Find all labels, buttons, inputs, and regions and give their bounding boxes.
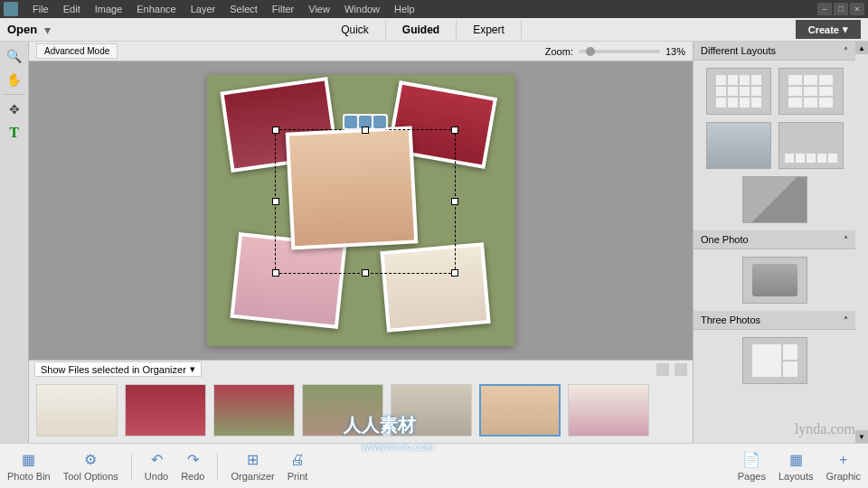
undo-icon: ↶ (146, 451, 166, 469)
resize-handle[interactable] (362, 269, 369, 277)
menu-enhance[interactable]: Enhance (129, 4, 183, 14)
chevron-down-icon: ▾ (843, 23, 848, 35)
tab-guided[interactable]: Guided (386, 20, 457, 40)
pages-button[interactable]: 📄Pages (738, 451, 766, 482)
bin-thumbnail[interactable] (36, 384, 118, 436)
resize-handle[interactable] (272, 198, 279, 205)
chevron-down-icon: ▾ (190, 363, 195, 375)
print-button[interactable]: 🖨Print (288, 451, 308, 482)
layout-option[interactable] (742, 176, 807, 223)
menu-view[interactable]: View (301, 4, 337, 14)
open-dropdown-icon[interactable]: ▾ (44, 23, 51, 37)
layouts-icon: ▦ (786, 451, 806, 469)
menu-window[interactable]: Window (337, 4, 387, 14)
menu-layer[interactable]: Layer (184, 4, 223, 14)
bin-thumbnail[interactable] (125, 384, 206, 436)
section-one-photo[interactable]: One Photo ˄ (693, 230, 855, 249)
section-three-photos[interactable]: Three Photos ˄ (693, 311, 855, 330)
bin-thumbnail[interactable] (213, 384, 295, 436)
resize-handle[interactable] (272, 269, 279, 277)
section-title: Different Layouts (701, 45, 776, 56)
toolbar: Open ▾ Quick Guided Expert Create ▾ (0, 18, 868, 42)
redo-icon: ↷ (183, 451, 203, 469)
right-scrollbar[interactable]: ▲ ▼ (855, 42, 868, 443)
organizer-button[interactable]: ⊞Organizer (231, 451, 274, 482)
layout-option[interactable] (778, 122, 844, 169)
layout-option[interactable] (778, 68, 844, 115)
tool-options-icon: ⚙ (80, 451, 100, 469)
plus-icon: + (834, 451, 854, 469)
bottom-bar: ▦Photo Bin ⚙Tool Options ↶Undo ↷Redo ⊞Or… (0, 443, 868, 488)
chevron-up-icon: ˄ (844, 235, 848, 245)
bin-thumbnail[interactable] (568, 384, 649, 436)
layout-option[interactable] (706, 122, 771, 169)
window-controls: – □ × (817, 3, 864, 15)
zoom-value: 13% (665, 46, 685, 57)
move-tool-icon[interactable]: ✥ (3, 99, 26, 120)
float-action-icon[interactable] (373, 116, 386, 128)
layouts-button[interactable]: ▦Layouts (778, 451, 814, 482)
photo-bin-icon: ▦ (19, 451, 39, 469)
zoom-tool-icon[interactable]: 🔍 (3, 45, 26, 67)
mode-tabs: Quick Guided Expert (325, 20, 522, 40)
tab-expert[interactable]: Expert (457, 20, 522, 40)
chevron-up-icon: ˄ (844, 315, 848, 325)
section-title: Three Photos (701, 314, 760, 325)
menu-file[interactable]: File (25, 4, 56, 14)
pages-icon: 📄 (741, 451, 761, 469)
layout-option[interactable] (742, 337, 807, 384)
resize-handle[interactable] (272, 127, 279, 134)
redo-button[interactable]: ↷Redo (181, 451, 204, 482)
canvas-toolbar: Advanced Mode Zoom: 13% (29, 42, 693, 61)
menu-image[interactable]: Image (88, 4, 130, 14)
create-button[interactable]: Create ▾ (796, 20, 861, 39)
collage-canvas[interactable] (207, 75, 514, 346)
undo-button[interactable]: ↶Undo (145, 451, 168, 482)
bin-thumbnail-selected[interactable] (479, 384, 561, 436)
photo-bin-button[interactable]: ▦Photo Bin (7, 451, 51, 482)
bin-filter-dropdown[interactable]: Show Files selected in Organizer ▾ (34, 361, 202, 377)
bin-view-icon[interactable] (656, 363, 669, 376)
tool-options-button[interactable]: ⚙Tool Options (63, 451, 118, 482)
layout-option[interactable] (706, 68, 771, 115)
layout-option[interactable] (742, 257, 807, 304)
resize-handle[interactable] (451, 269, 458, 277)
zoom-control: Zoom: 13% (545, 46, 685, 57)
menu-select[interactable]: Select (222, 4, 265, 14)
minimize-button[interactable]: – (817, 3, 832, 15)
text-tool-icon[interactable]: T (3, 122, 26, 144)
create-label: Create (808, 24, 839, 35)
scroll-up-icon[interactable]: ▲ (855, 42, 868, 54)
menubar: File Edit Image Enhance Layer Select Fil… (0, 0, 868, 18)
watermark-lynda: lynda.com (795, 421, 855, 437)
open-button[interactable]: Open (7, 23, 37, 36)
advanced-mode-button[interactable]: Advanced Mode (36, 43, 118, 59)
bin-view-icon[interactable] (675, 363, 687, 376)
section-title: One Photo (701, 234, 749, 245)
resize-handle[interactable] (362, 127, 369, 134)
section-different-layouts[interactable]: Different Layouts ˄ (693, 42, 855, 61)
zoom-slider[interactable] (579, 50, 660, 53)
menu-edit[interactable]: Edit (56, 4, 88, 14)
scroll-down-icon[interactable]: ▼ (855, 430, 868, 443)
graphics-button[interactable]: +Graphic (826, 451, 861, 482)
print-icon: 🖨 (288, 451, 307, 469)
resize-handle[interactable] (451, 127, 458, 134)
chevron-up-icon: ˄ (844, 46, 848, 56)
canvas-area[interactable] (29, 61, 693, 360)
center-workspace: Advanced Mode Zoom: 13% (29, 42, 693, 443)
float-action-icon[interactable] (344, 116, 357, 128)
tab-quick[interactable]: Quick (325, 20, 386, 40)
tool-palette: 🔍 ✋ ✥ T (0, 42, 29, 443)
menu-filter[interactable]: Filter (265, 4, 301, 14)
organizer-icon: ⊞ (243, 451, 263, 469)
hand-tool-icon[interactable]: ✋ (3, 69, 26, 90)
zoom-thumb[interactable] (586, 47, 595, 56)
layouts-panel: Different Layouts ˄ One Photo ˄ Three Ph… (693, 42, 855, 443)
resize-handle[interactable] (451, 198, 458, 205)
close-button[interactable]: × (850, 3, 864, 15)
maximize-button[interactable]: □ (834, 3, 848, 15)
bin-filter-label: Show Files selected in Organizer (41, 364, 186, 375)
menu-help[interactable]: Help (387, 4, 422, 14)
selection-box[interactable] (275, 129, 456, 274)
